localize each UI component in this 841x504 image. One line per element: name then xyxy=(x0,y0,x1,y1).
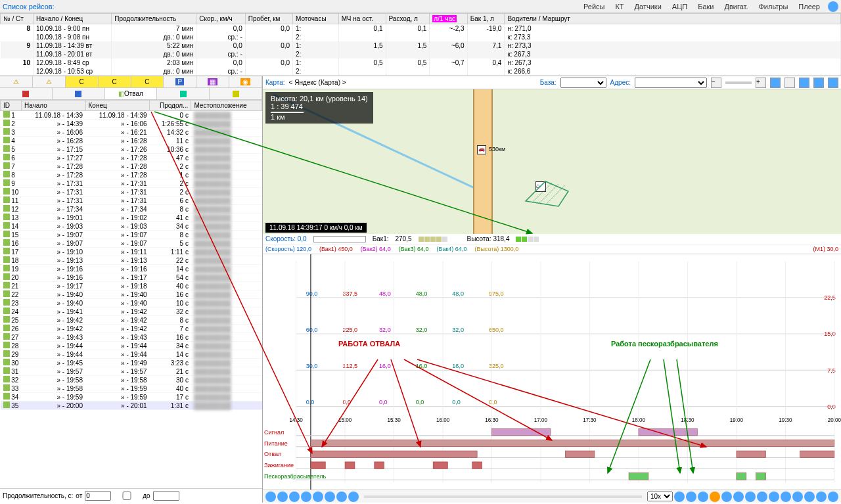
tab-c3[interactable]: C xyxy=(131,76,164,87)
dur-to-input[interactable] xyxy=(153,491,179,501)
event-row[interactable]: 16» - 19:07» - 19:075 с████████ xyxy=(1,239,262,248)
tab-p[interactable]: P xyxy=(164,76,196,87)
event-row[interactable]: 32» - 19:58» - 19:5830 с████████ xyxy=(1,376,262,384)
pb1-icon[interactable] xyxy=(674,492,685,502)
play-fwd-icon[interactable] xyxy=(325,492,335,502)
collapse-icon[interactable] xyxy=(828,1,838,12)
event-row[interactable]: 28» - 19:44» - 19:4434 с████████ xyxy=(1,342,262,350)
event-row[interactable]: 30» - 19:45» - 19:493:23 с████████ xyxy=(1,359,262,367)
event-row[interactable]: 20» - 19:16» - 19:1754 с████████ xyxy=(1,273,262,282)
map-tool4-icon[interactable] xyxy=(813,78,824,88)
event-row[interactable]: 6» - 17:27» - 17:2847 с████████ xyxy=(1,154,262,162)
zoom-out-icon[interactable]: − xyxy=(711,78,721,88)
event-row[interactable]: 22» - 19:40» - 19:4016 с████████ xyxy=(1,290,262,299)
trip-row[interactable]: 12.09.18 - 10:53 срдв.: 0 минср.: -2:к: … xyxy=(1,67,841,76)
event-row[interactable]: 17» - 19:10» - 19:111:11 с████████ xyxy=(1,248,262,256)
menu-filters[interactable]: Фильтры xyxy=(753,3,793,11)
play-rew-icon[interactable] xyxy=(289,492,300,502)
trip-row[interactable]: 11.09.18 - 20:01 втдв.: 0 минср.: -2:к: … xyxy=(1,50,841,58)
map-tool2-icon[interactable] xyxy=(784,78,795,88)
dur-from-input[interactable] xyxy=(85,491,111,501)
play-next-icon[interactable] xyxy=(336,492,347,502)
col-start[interactable]: Начало / Конец xyxy=(33,14,111,24)
map-provider[interactable]: < Яндекс (Карта) > xyxy=(289,79,346,86)
pb3-icon[interactable] xyxy=(698,492,708,502)
event-row[interactable]: 5» - 17:15» - 17:2610:36 с████████ xyxy=(1,145,262,154)
event-row[interactable]: 111.09.18 - 14:3911.09.18 - 14:390 с████… xyxy=(1,111,262,120)
tab2-blade[interactable]: ◧ Отвал xyxy=(105,88,158,99)
col-mho[interactable]: МЧ на ост. xyxy=(338,14,386,24)
event-row[interactable]: 15» - 19:07» - 19:078 с████████ xyxy=(1,231,262,239)
col-mh[interactable]: Моточасы xyxy=(293,14,339,24)
play-play-icon[interactable] xyxy=(301,492,311,502)
play-prev-icon[interactable] xyxy=(277,492,288,502)
tab-warn2[interactable]: ⚠ xyxy=(33,76,66,87)
trip-row[interactable]: 810.09.18 - 9:00 пн7 мин0,00,01:0,10,1~-… xyxy=(1,24,841,34)
ehdr-id[interactable]: ID xyxy=(1,101,22,111)
event-row[interactable]: 24» - 19:41» - 19:4232 с████████ xyxy=(1,308,262,316)
tab2-1[interactable] xyxy=(0,88,53,99)
event-row[interactable]: 27» - 19:43» - 19:4316 с████████ xyxy=(1,333,262,342)
event-row[interactable]: 29» - 19:44» - 19:4414 с████████ xyxy=(1,350,262,359)
tab-orange[interactable]: ◉ xyxy=(229,76,262,87)
event-row[interactable]: 7» - 17:28» - 17:282 с████████ xyxy=(1,162,262,171)
tab-warn1[interactable]: ⚠ xyxy=(0,76,33,87)
event-row[interactable]: 3» - 16:06» - 16:2114:32 с████████ xyxy=(1,128,262,137)
col-tank[interactable]: Бак 1, л xyxy=(467,14,505,24)
event-row[interactable]: 34» - 19:59» - 19:5917 с████████ xyxy=(1,393,262,401)
dur-to-check[interactable] xyxy=(114,492,140,500)
pb2-icon[interactable] xyxy=(686,492,696,502)
trip-row[interactable]: 10.09.18 - 9:08 пндв.: 0 минср.: -2:к: 2… xyxy=(1,33,841,41)
event-row[interactable]: 10» - 17:31» - 17:312 с████████ xyxy=(1,188,262,196)
pb14-icon[interactable] xyxy=(828,492,838,502)
event-row[interactable]: 8» - 17:28» - 17:281 с████████ xyxy=(1,171,262,179)
ehdr-loc[interactable]: Местоположение xyxy=(191,101,262,111)
event-row[interactable]: 4» - 16:28» - 16:2811 с████████ xyxy=(1,137,262,145)
zoom-in-icon[interactable]: + xyxy=(756,78,766,88)
event-row[interactable]: 31» - 19:57» - 19:5721 с████████ xyxy=(1,367,262,376)
pb5-icon[interactable] xyxy=(721,492,732,502)
menu-kt[interactable]: КТ xyxy=(610,3,629,11)
col-lh[interactable]: л/1 час xyxy=(430,14,467,24)
col-num[interactable]: № / Ст xyxy=(1,14,34,24)
col-speed[interactable]: Скор., км/ч xyxy=(196,14,245,24)
play-first-icon[interactable] xyxy=(265,492,276,502)
event-row[interactable]: 11» - 17:31» - 17:316 с████████ xyxy=(1,196,262,205)
event-row[interactable]: 26» - 19:42» - 19:427 с████████ xyxy=(1,325,262,333)
event-row[interactable]: 19» - 19:16» - 19:1614 с████████ xyxy=(1,265,262,273)
chart[interactable]: 90,0337,548,048,048,0975,022,560,0225,03… xyxy=(263,254,841,490)
addr-select[interactable] xyxy=(635,78,707,88)
ehdr-end[interactable]: Конец xyxy=(85,101,150,111)
event-row[interactable]: 9» - 17:31» - 17:312 с████████ xyxy=(1,179,262,188)
menu-trips[interactable]: Рейсы xyxy=(578,3,610,11)
pb10-icon[interactable] xyxy=(781,492,791,502)
tab2-5[interactable] xyxy=(210,88,262,99)
event-row[interactable]: 25» - 19:42» - 19:428 с████████ xyxy=(1,316,262,325)
base-select[interactable] xyxy=(560,78,606,88)
event-row[interactable]: 13» - 19:01» - 19:0241 с████████ xyxy=(1,214,262,222)
zoom-slider[interactable] xyxy=(725,81,752,84)
col-fuel[interactable]: Расход, л xyxy=(386,14,430,24)
vehicle-icon[interactable]: 🚗 xyxy=(477,145,486,154)
pb13-icon[interactable] xyxy=(816,492,827,502)
play-pause-icon[interactable] xyxy=(313,492,323,502)
tab2-2[interactable] xyxy=(53,88,105,99)
menu-adc[interactable]: АЦП xyxy=(667,3,693,11)
trip-row[interactable]: 1012.09.18 - 8:49 ср2:03 мин0,00,01:0,50… xyxy=(1,58,841,67)
events-table[interactable]: ID Начало Конец Продол... Местоположение… xyxy=(0,100,262,488)
tab2-4[interactable] xyxy=(157,88,210,99)
event-row[interactable]: 12» - 17:34» - 17:348 с████████ xyxy=(1,205,262,214)
map-tool3-icon[interactable] xyxy=(799,78,809,88)
map[interactable]: Высота: 20,1 км (уровень 14) 1 : 39 474 … xyxy=(263,89,841,234)
event-row[interactable]: 14» - 19:03» - 19:0334 с████████ xyxy=(1,222,262,231)
playback-slider[interactable] xyxy=(364,495,642,498)
pb4-icon[interactable] xyxy=(710,492,720,502)
menu-sensors[interactable]: Датчики xyxy=(629,3,667,11)
col-km[interactable]: Пробег, км xyxy=(245,14,292,24)
pb6-icon[interactable] xyxy=(733,492,744,502)
play-last-icon[interactable] xyxy=(348,492,359,502)
ehdr-start[interactable]: Начало xyxy=(21,101,85,111)
pb12-icon[interactable] xyxy=(804,492,815,502)
col-driver[interactable]: Водители / Маршрут xyxy=(505,14,841,24)
tab-c2[interactable]: C xyxy=(99,76,131,87)
